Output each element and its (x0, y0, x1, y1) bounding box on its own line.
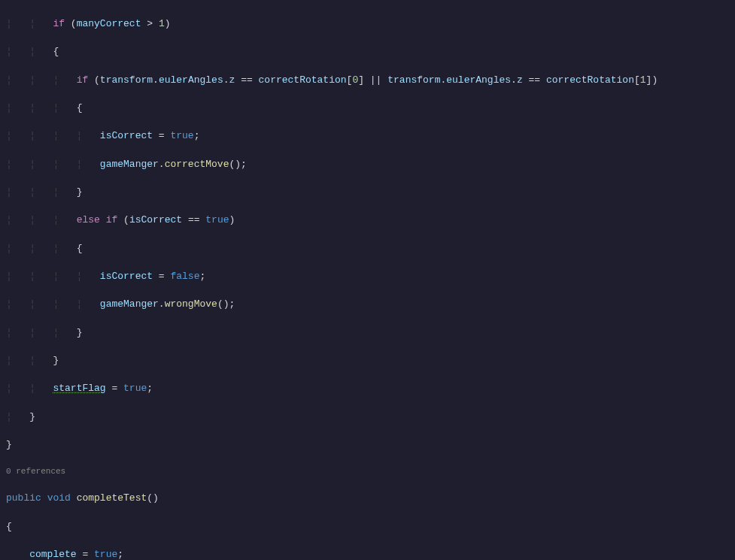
code-line[interactable]: ¦ ¦ } (6, 354, 735, 368)
code-line[interactable]: ¦ ¦ ¦ { (6, 101, 735, 116)
code-line[interactable]: ¦ ¦ ¦ else if (isCorrect == true) (6, 213, 735, 228)
keyword-if: if (53, 18, 65, 29)
code-line[interactable]: ¦ ¦ if (manyCorrect > 1) (6, 17, 735, 32)
code-line[interactable]: ¦ ¦ ¦ if (transform.eulerAngles.z == cor… (6, 74, 735, 88)
code-line[interactable]: ¦ ¦ ¦ ¦ gameManger.wrongMove(); (6, 298, 735, 312)
code-line[interactable]: complete = true; (6, 548, 735, 560)
code-line[interactable]: ¦ ¦ ¦ ¦ gameManger.correctMove(); (6, 158, 735, 172)
code-editor[interactable]: ¦ ¦ if (manyCorrect > 1) ¦ ¦ { ¦ ¦ ¦ if … (6, 3, 735, 560)
code-line[interactable]: ¦ ¦ startFlag = true; (6, 382, 735, 396)
code-line[interactable]: ¦ ¦ ¦ ¦ isCorrect = false; (6, 270, 735, 284)
code-line[interactable]: public void completeTest() (6, 492, 735, 506)
code-line[interactable]: ¦ ¦ ¦ } (6, 326, 735, 341)
code-line[interactable]: { (6, 520, 735, 534)
code-line[interactable]: ¦ ¦ { (6, 45, 735, 59)
code-line[interactable]: ¦ ¦ ¦ { (6, 242, 735, 256)
code-line[interactable]: } (6, 438, 735, 453)
codelens-references[interactable]: 0 references (6, 466, 735, 477)
code-line[interactable]: ¦ } (6, 410, 735, 425)
code-line[interactable]: ¦ ¦ ¦ } (6, 186, 735, 200)
code-line[interactable]: ¦ ¦ ¦ ¦ isCorrect = true; (6, 129, 735, 144)
